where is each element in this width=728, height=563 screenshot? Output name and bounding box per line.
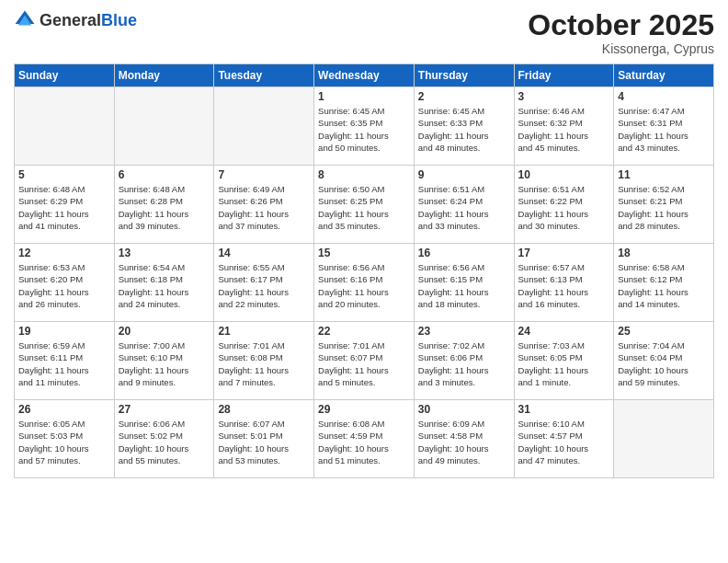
day-number: 3 (518, 90, 610, 103)
calendar-cell: 21Sunrise: 7:01 AM Sunset: 6:08 PM Dayli… (214, 322, 314, 400)
day-number: 28 (218, 403, 310, 416)
day-number: 23 (418, 325, 510, 338)
calendar-cell: 25Sunrise: 7:04 AM Sunset: 6:04 PM Dayli… (614, 322, 714, 400)
calendar-cell (214, 87, 314, 166)
day-info: Sunrise: 6:56 AM Sunset: 6:16 PM Dayligh… (318, 261, 410, 310)
day-info: Sunrise: 6:45 AM Sunset: 6:33 PM Dayligh… (418, 105, 510, 154)
day-number: 20 (119, 325, 210, 338)
logo: GeneralBlue (14, 9, 137, 31)
title-block: October 2025 Kissonerga, Cyprus (528, 9, 714, 56)
weekday-header: Tuesday (214, 64, 314, 87)
day-info: Sunrise: 6:47 AM Sunset: 6:31 PM Dayligh… (618, 105, 710, 154)
calendar-cell: 17Sunrise: 6:57 AM Sunset: 6:13 PM Dayli… (514, 244, 614, 322)
day-info: Sunrise: 7:00 AM Sunset: 6:10 PM Dayligh… (119, 339, 210, 388)
page-header: GeneralBlue October 2025 Kissonerga, Cyp… (14, 9, 714, 56)
day-info: Sunrise: 6:08 AM Sunset: 4:59 PM Dayligh… (318, 418, 410, 466)
day-number: 21 (218, 325, 310, 338)
calendar-week-row: 12Sunrise: 6:53 AM Sunset: 6:20 PM Dayli… (15, 244, 714, 322)
day-info: Sunrise: 6:59 AM Sunset: 6:11 PM Dayligh… (18, 339, 110, 388)
day-number: 30 (418, 403, 510, 416)
day-number: 22 (318, 325, 410, 338)
weekday-header: Sunday (15, 64, 115, 87)
day-number: 26 (18, 403, 110, 416)
calendar-cell: 16Sunrise: 6:56 AM Sunset: 6:15 PM Dayli… (414, 244, 514, 322)
day-info: Sunrise: 6:48 AM Sunset: 6:29 PM Dayligh… (18, 183, 110, 232)
calendar-cell: 12Sunrise: 6:53 AM Sunset: 6:20 PM Dayli… (15, 244, 115, 322)
day-info: Sunrise: 7:02 AM Sunset: 6:06 PM Dayligh… (418, 339, 510, 388)
page-container: GeneralBlue October 2025 Kissonerga, Cyp… (0, 0, 728, 483)
calendar-cell (114, 87, 214, 166)
day-number: 14 (218, 247, 310, 259)
calendar-cell: 29Sunrise: 6:08 AM Sunset: 4:59 PM Dayli… (314, 400, 415, 478)
day-number: 29 (318, 403, 410, 416)
calendar-cell: 3Sunrise: 6:46 AM Sunset: 6:32 PM Daylig… (514, 87, 614, 166)
calendar-cell: 14Sunrise: 6:55 AM Sunset: 6:17 PM Dayli… (214, 244, 314, 322)
calendar-cell (15, 87, 115, 166)
calendar-cell: 7Sunrise: 6:49 AM Sunset: 6:26 PM Daylig… (214, 166, 314, 244)
calendar-cell: 19Sunrise: 6:59 AM Sunset: 6:11 PM Dayli… (15, 322, 115, 400)
day-number: 24 (518, 325, 610, 338)
day-info: Sunrise: 6:51 AM Sunset: 6:24 PM Dayligh… (418, 183, 510, 232)
day-info: Sunrise: 6:51 AM Sunset: 6:22 PM Dayligh… (518, 183, 610, 232)
calendar-cell: 2Sunrise: 6:45 AM Sunset: 6:33 PM Daylig… (414, 87, 514, 166)
calendar-cell: 18Sunrise: 6:58 AM Sunset: 6:12 PM Dayli… (614, 244, 714, 322)
day-info: Sunrise: 6:46 AM Sunset: 6:32 PM Dayligh… (518, 105, 610, 154)
day-info: Sunrise: 6:06 AM Sunset: 5:02 PM Dayligh… (119, 418, 210, 466)
weekday-header: Wednesday (314, 64, 415, 87)
calendar-cell: 15Sunrise: 6:56 AM Sunset: 6:16 PM Dayli… (314, 244, 415, 322)
day-number: 8 (318, 168, 410, 181)
day-number: 15 (318, 247, 410, 259)
calendar-cell: 27Sunrise: 6:06 AM Sunset: 5:02 PM Dayli… (114, 400, 214, 478)
location: Kissonerga, Cyprus (528, 41, 714, 56)
day-number: 11 (618, 168, 710, 181)
day-number: 13 (119, 247, 210, 259)
calendar-cell: 30Sunrise: 6:09 AM Sunset: 4:58 PM Dayli… (414, 400, 514, 478)
day-number: 18 (618, 247, 710, 259)
calendar-cell: 20Sunrise: 7:00 AM Sunset: 6:10 PM Dayli… (114, 322, 214, 400)
calendar-cell: 26Sunrise: 6:05 AM Sunset: 5:03 PM Dayli… (15, 400, 115, 478)
day-number: 1 (318, 90, 410, 103)
calendar-cell: 1Sunrise: 6:45 AM Sunset: 6:35 PM Daylig… (314, 87, 415, 166)
day-number: 7 (218, 168, 310, 181)
calendar-cell: 8Sunrise: 6:50 AM Sunset: 6:25 PM Daylig… (314, 166, 415, 244)
day-info: Sunrise: 6:48 AM Sunset: 6:28 PM Dayligh… (119, 183, 210, 232)
day-info: Sunrise: 7:04 AM Sunset: 6:04 PM Dayligh… (618, 339, 710, 388)
day-number: 27 (119, 403, 210, 416)
day-info: Sunrise: 6:07 AM Sunset: 5:01 PM Dayligh… (218, 418, 310, 466)
day-number: 25 (618, 325, 710, 338)
calendar-cell: 9Sunrise: 6:51 AM Sunset: 6:24 PM Daylig… (414, 166, 514, 244)
month-title: October 2025 (528, 9, 714, 41)
day-info: Sunrise: 6:56 AM Sunset: 6:15 PM Dayligh… (418, 261, 510, 310)
calendar-cell: 4Sunrise: 6:47 AM Sunset: 6:31 PM Daylig… (614, 87, 714, 166)
weekday-header: Saturday (614, 64, 714, 87)
calendar-cell: 5Sunrise: 6:48 AM Sunset: 6:29 PM Daylig… (15, 166, 115, 244)
calendar-cell: 13Sunrise: 6:54 AM Sunset: 6:18 PM Dayli… (114, 244, 214, 322)
calendar-cell: 10Sunrise: 6:51 AM Sunset: 6:22 PM Dayli… (514, 166, 614, 244)
weekday-header-row: SundayMondayTuesdayWednesdayThursdayFrid… (15, 64, 714, 87)
day-info: Sunrise: 6:57 AM Sunset: 6:13 PM Dayligh… (518, 261, 610, 310)
calendar-cell: 23Sunrise: 7:02 AM Sunset: 6:06 PM Dayli… (414, 322, 514, 400)
day-number: 19 (18, 325, 110, 338)
weekday-header: Thursday (414, 64, 514, 87)
calendar-cell: 22Sunrise: 7:01 AM Sunset: 6:07 PM Dayli… (314, 322, 415, 400)
calendar-cell: 24Sunrise: 7:03 AM Sunset: 6:05 PM Dayli… (514, 322, 614, 400)
day-number: 16 (418, 247, 510, 259)
day-info: Sunrise: 6:55 AM Sunset: 6:17 PM Dayligh… (218, 261, 310, 310)
day-info: Sunrise: 6:45 AM Sunset: 6:35 PM Dayligh… (318, 105, 410, 154)
weekday-header: Friday (514, 64, 614, 87)
day-info: Sunrise: 7:01 AM Sunset: 6:08 PM Dayligh… (218, 339, 310, 388)
calendar-week-row: 26Sunrise: 6:05 AM Sunset: 5:03 PM Dayli… (15, 400, 714, 478)
calendar-cell: 31Sunrise: 6:10 AM Sunset: 4:57 PM Dayli… (514, 400, 614, 478)
weekday-header: Monday (114, 64, 214, 87)
day-number: 2 (418, 90, 510, 103)
day-info: Sunrise: 7:01 AM Sunset: 6:07 PM Dayligh… (318, 339, 410, 388)
calendar-week-row: 19Sunrise: 6:59 AM Sunset: 6:11 PM Dayli… (15, 322, 714, 400)
day-info: Sunrise: 6:05 AM Sunset: 5:03 PM Dayligh… (18, 418, 110, 466)
day-number: 12 (18, 247, 110, 259)
calendar-cell: 28Sunrise: 6:07 AM Sunset: 5:01 PM Dayli… (214, 400, 314, 478)
calendar-week-row: 5Sunrise: 6:48 AM Sunset: 6:29 PM Daylig… (15, 166, 714, 244)
day-info: Sunrise: 6:52 AM Sunset: 6:21 PM Dayligh… (618, 183, 710, 232)
day-info: Sunrise: 7:03 AM Sunset: 6:05 PM Dayligh… (518, 339, 610, 388)
calendar-cell: 6Sunrise: 6:48 AM Sunset: 6:28 PM Daylig… (114, 166, 214, 244)
day-number: 5 (18, 168, 110, 181)
